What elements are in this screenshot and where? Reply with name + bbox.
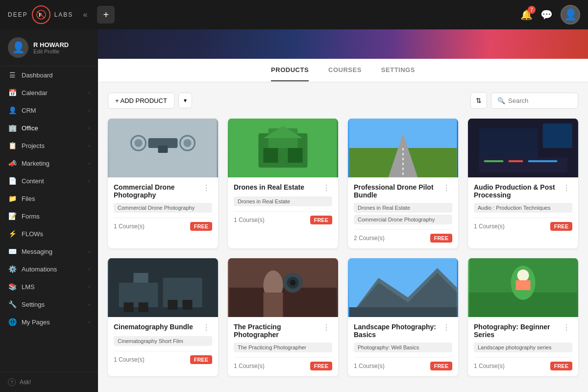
- product-card[interactable]: Landscape Photography: Basics ⋮ Photogra…: [348, 258, 458, 376]
- nav-icon-forms: 📝: [8, 212, 17, 220]
- free-badge: FREE: [550, 222, 572, 231]
- card-header: Commercial Drone Photography ⋮: [114, 183, 212, 199]
- card-menu-button[interactable]: ⋮: [200, 323, 212, 332]
- sidebar-item-my-pages[interactable]: 🌐 My Pages ›: [0, 313, 98, 331]
- card-footer: 1 Course(s) FREE: [234, 211, 332, 224]
- ask-button[interactable]: ? Ask!: [0, 372, 98, 392]
- sidebar-item-messaging[interactable]: ✉️ Messaging ›: [0, 243, 98, 260]
- card-title: Cinematography Bundle: [114, 323, 200, 331]
- card-title: Drones in Real Estate: [234, 183, 320, 191]
- nav-label-settings: Settings: [22, 301, 45, 308]
- card-menu-button[interactable]: ⋮: [441, 183, 452, 193]
- sidebar-item-calendar[interactable]: 📅 Calendar ›: [0, 84, 98, 101]
- card-tag: Commercial Drone Photography: [354, 215, 452, 224]
- product-card[interactable]: Cinematography Bundle ⋮ Cinematography S…: [108, 258, 218, 376]
- messages-button[interactable]: 💬: [540, 9, 553, 21]
- card-header: Photography: Beginner Series ⋮: [474, 323, 572, 339]
- sidebar-item-flows[interactable]: ⚡ FLOWs: [0, 225, 98, 243]
- sidebar-item-settings[interactable]: 🔧 Settings ›: [0, 295, 98, 313]
- tab-products[interactable]: PRODUCTS: [271, 59, 309, 81]
- nav-label-projects: Projects: [22, 142, 45, 149]
- sidebar-item-forms[interactable]: 📝 Forms: [0, 207, 98, 225]
- top-bar-right: 🔔 7 💬 👤: [520, 5, 580, 24]
- nav-icon-flows: ⚡: [8, 230, 17, 238]
- sidebar-item-marketing[interactable]: 📣 Marketing ›: [0, 154, 98, 172]
- nav-item-left-projects: 📋 Projects: [8, 142, 45, 149]
- card-footer: 1 Course(s) FREE: [474, 218, 572, 231]
- product-card[interactable]: The Practicing Photographer ⋮ The Practi…: [228, 258, 338, 376]
- user-avatar-topbar[interactable]: 👤: [561, 5, 580, 24]
- courses-count: 1 Course(s): [474, 223, 505, 230]
- sidebar-item-files[interactable]: 📁 Files: [0, 190, 98, 207]
- card-header: Professional Drone Pilot Bundle ⋮: [354, 183, 452, 199]
- sidebar-item-dashboard[interactable]: ☰ Dashboard: [0, 66, 98, 84]
- nav-chevron-marketing: ›: [88, 160, 90, 166]
- card-menu-button[interactable]: ⋮: [441, 323, 452, 332]
- card-menu-button[interactable]: ⋮: [320, 183, 332, 193]
- tab-settings[interactable]: SETTINGS: [381, 59, 415, 81]
- sidebar-item-content[interactable]: 📄 Content ›: [0, 172, 98, 190]
- nav-icon-office: 🏢: [8, 124, 17, 132]
- username: R HOWARD: [33, 41, 90, 49]
- card-body: Audio Production & Post Processing ⋮ Aud…: [468, 177, 578, 237]
- nav-chevron-office: ›: [88, 125, 90, 131]
- product-filter-dropdown[interactable]: ▾: [178, 93, 192, 108]
- nav-icon-files: 📁: [8, 195, 17, 202]
- card-menu-button[interactable]: ⋮: [200, 183, 212, 193]
- nav-label-marketing: Marketing: [22, 160, 49, 167]
- card-title: Professional Drone Pilot Bundle: [354, 183, 441, 199]
- sidebar-item-lms[interactable]: 📚 LMS ›: [0, 278, 98, 295]
- svg-rect-28: [134, 273, 148, 283]
- nav-item-left-dashboard: ☰ Dashboard: [8, 71, 53, 79]
- free-badge: FREE: [190, 355, 212, 364]
- nav-chevron-automations: ›: [88, 266, 90, 272]
- card-header: Drones in Real Estate ⋮: [234, 183, 332, 193]
- sidebar-item-office[interactable]: 🏢 Office ›: [0, 119, 98, 137]
- nav-label-forms: Forms: [22, 213, 40, 220]
- search-box: 🔍: [491, 93, 578, 109]
- nav-item-left-flows: ⚡ FLOWs: [8, 230, 43, 238]
- edit-profile-link[interactable]: Edit Profile: [33, 49, 90, 54]
- header-banner: [98, 29, 588, 59]
- product-card[interactable]: Professional Drone Pilot Bundle ⋮ Drones…: [348, 119, 458, 248]
- nav-label-automations: Automations: [22, 266, 57, 273]
- card-menu-button[interactable]: ⋮: [561, 323, 572, 332]
- sidebar-item-projects[interactable]: 📋 Projects ›: [0, 137, 98, 154]
- sidebar-item-crm[interactable]: 👤 CRM ›: [0, 101, 98, 119]
- card-menu-button[interactable]: ⋮: [320, 323, 332, 332]
- card-body: Commercial Drone Photography ⋮ Commercia…: [108, 177, 218, 237]
- nav-icon-my-pages: 🌐: [8, 318, 17, 326]
- user-avatar-sidebar: 👤: [8, 37, 28, 58]
- card-image: [228, 119, 338, 177]
- svg-rect-37: [264, 293, 283, 317]
- products-grid: Commercial Drone Photography ⋮ Commercia…: [108, 119, 578, 376]
- nav-label-dashboard: Dashboard: [22, 72, 53, 79]
- product-card[interactable]: Audio Production & Post Processing ⋮ Aud…: [468, 119, 578, 248]
- collapse-sidebar-button[interactable]: «: [79, 8, 91, 21]
- courses-count: 2 Course(s): [354, 235, 385, 242]
- add-product-button[interactable]: + ADD PRODUCT: [108, 93, 174, 109]
- svg-point-7: [135, 139, 143, 147]
- ask-label: Ask!: [20, 379, 31, 386]
- sort-filter-button[interactable]: ⇅: [470, 92, 487, 109]
- svg-rect-21: [543, 123, 572, 148]
- courses-count: 1 Course(s): [234, 363, 265, 369]
- sidebar-item-automations[interactable]: ⚙️ Automations ›: [0, 260, 98, 278]
- product-card[interactable]: Photography: Beginner Series ⋮ Landscape…: [468, 258, 578, 376]
- nav-icon-marketing: 📣: [8, 159, 17, 167]
- card-tag: Drones in Real Estate: [234, 196, 332, 206]
- card-tags: Audio : Production Techniques: [474, 203, 572, 213]
- tab-courses[interactable]: COURSES: [328, 59, 362, 81]
- card-tag: Drones in Real Estate: [354, 203, 452, 213]
- product-card[interactable]: Commercial Drone Photography ⋮ Commercia…: [108, 119, 218, 248]
- card-footer: 2 Course(s) FREE: [354, 229, 452, 243]
- card-menu-button[interactable]: ⋮: [561, 183, 572, 193]
- free-badge: FREE: [190, 222, 212, 231]
- add-new-button[interactable]: +: [97, 6, 115, 24]
- search-input[interactable]: [508, 97, 572, 104]
- card-image: [468, 119, 578, 177]
- notifications-button[interactable]: 🔔 7: [520, 9, 533, 21]
- svg-rect-22: [479, 158, 567, 172]
- nav-chevron-my-pages: ›: [88, 319, 90, 325]
- product-card[interactable]: Drones in Real Estate ⋮ Drones in Real E…: [228, 119, 338, 248]
